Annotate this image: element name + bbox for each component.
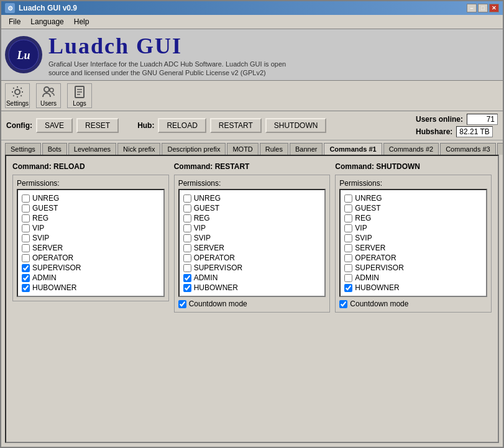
maximize-button[interactable]: □	[478, 4, 488, 12]
perm-svip-shutdown: SVIP	[344, 234, 482, 242]
perm-admin-reload-check[interactable]	[22, 274, 30, 282]
tab-rules[interactable]: Rules	[260, 143, 288, 155]
perm-server-reload: SERVER	[22, 244, 160, 252]
users-toolbar-button[interactable]: Users	[36, 83, 61, 108]
tab-motd[interactable]: MOTD	[227, 143, 258, 155]
command-panel-reload: Command: RELOAD Permissions: UNREG GUEST…	[12, 162, 169, 436]
tab-commands2[interactable]: Commands #2	[383, 143, 439, 155]
perm-hubowner-shutdown-check[interactable]	[344, 284, 352, 292]
perm-reg-shutdown-check[interactable]	[344, 214, 352, 222]
perm-svip-reload-check[interactable]	[22, 234, 30, 242]
perm-guest-restart-check[interactable]	[183, 204, 191, 213]
perm-unreg-restart-check[interactable]	[183, 194, 191, 203]
hubshare-value: 82.21 TB	[456, 126, 492, 137]
permissions-box-shutdown: UNREG GUEST REG VIP SVIP SERVE	[339, 189, 487, 297]
menu-bar: File Language Help	[1, 15, 503, 29]
shutdown-button[interactable]: SHUTDOWN	[265, 118, 327, 133]
hub-label: Hub:	[137, 121, 154, 130]
perm-operator-reload-check[interactable]	[22, 254, 30, 262]
tab-levelnames[interactable]: Levelnames	[68, 143, 116, 155]
menu-language[interactable]: Language	[25, 16, 68, 27]
tab-commands1[interactable]: Commands #1	[324, 143, 382, 155]
perm-hubowner-reload: HUBOWNER	[22, 283, 160, 292]
command-title-shutdown: Command: SHUTDOWN	[335, 162, 492, 171]
perm-supervisor-restart: SUPERVISOR	[183, 263, 321, 272]
perm-admin-shutdown-check[interactable]	[344, 274, 352, 282]
save-button[interactable]: SAVE	[36, 118, 73, 133]
reload-button[interactable]: RELOAD	[158, 118, 206, 133]
svg-point-4	[50, 88, 53, 92]
tab-nick-prefix[interactable]: Nick prefix	[117, 143, 160, 155]
countdown-restart-check[interactable]	[178, 300, 186, 308]
users-online-label: Users online:	[416, 115, 463, 124]
hubshare-row: Hubshare: 82.21 TB	[416, 126, 498, 137]
perm-supervisor-restart-check[interactable]	[183, 264, 191, 272]
app-subtitle-1: Grafical User Interface for the Luadch A…	[48, 60, 286, 68]
perm-guest-restart: GUEST	[183, 204, 321, 213]
perm-reg-restart: REG	[183, 214, 321, 222]
perm-svip-shutdown-check[interactable]	[344, 234, 352, 242]
status-section: Users online: 71 Hubshare: 82.21 TB	[416, 114, 498, 137]
perm-unreg-reload-check[interactable]	[22, 194, 30, 203]
tab-description-prefix[interactable]: Description prefix	[162, 143, 226, 155]
reset-button[interactable]: RESET	[76, 118, 119, 133]
permissions-container-reload: Permissions: UNREG GUEST REG VIP	[12, 175, 169, 301]
perm-operator-shutdown-check[interactable]	[344, 254, 352, 262]
settings-toolbar-button[interactable]: Settings	[5, 83, 30, 108]
perm-reg-reload-check[interactable]	[22, 214, 30, 222]
title-bar: ⚙ Luadch GUI v0.9 – □ ✕	[1, 1, 503, 15]
minimize-button[interactable]: –	[467, 4, 477, 12]
perm-operator-shutdown: OPERATOR	[344, 254, 482, 262]
perm-server-shutdown-check[interactable]	[344, 244, 352, 252]
restart-button[interactable]: RESTART	[210, 118, 262, 133]
app-subtitle-2: source and licensed under the GNU Genera…	[48, 69, 286, 76]
perm-svip-restart-check[interactable]	[183, 234, 191, 242]
perm-operator-restart-check[interactable]	[183, 254, 191, 262]
perm-admin-shutdown: ADMIN	[344, 273, 482, 282]
hubshare-label: Hubshare:	[416, 127, 452, 136]
perm-reg-restart-check[interactable]	[183, 214, 191, 222]
perm-vip-shutdown-check[interactable]	[344, 224, 352, 232]
users-online-row: Users online: 71	[416, 114, 498, 125]
svg-point-3	[44, 87, 49, 92]
perm-unreg-shutdown-check[interactable]	[344, 194, 352, 203]
perm-supervisor-shutdown-check[interactable]	[344, 264, 352, 272]
perm-server-restart-check[interactable]	[183, 244, 191, 252]
perm-vip-restart-check[interactable]	[183, 224, 191, 232]
perm-server-restart: SERVER	[183, 244, 321, 252]
toolbar: Settings Users Logs	[1, 81, 503, 111]
perm-vip-reload-check[interactable]	[22, 224, 30, 232]
permissions-container-shutdown: Permissions: UNREG GUEST REG VIP	[335, 175, 492, 313]
perm-hubowner-restart-check[interactable]	[183, 284, 191, 292]
perm-admin-reload: ADMIN	[22, 273, 160, 282]
perm-hubowner-restart: HUBOWNER	[183, 283, 321, 292]
perm-supervisor-reload-check[interactable]	[22, 264, 30, 272]
perm-hubowner-reload-check[interactable]	[22, 284, 30, 292]
logs-toolbar-button[interactable]: Logs	[67, 83, 92, 108]
permissions-box-restart: UNREG GUEST REG VIP SVIP SERVE	[178, 189, 326, 297]
perm-guest-shutdown-check[interactable]	[344, 204, 352, 213]
users-online-value: 71	[467, 114, 498, 125]
tab-commands3[interactable]: Commands #3	[440, 143, 496, 155]
perm-admin-restart-check[interactable]	[183, 274, 191, 282]
tab-settings[interactable]: Settings	[5, 143, 41, 155]
perm-supervisor-reload: SUPERVISOR	[22, 263, 160, 272]
perm-guest-reload-check[interactable]	[22, 204, 30, 213]
header-section: Lu Luadch GUI Grafical User Interface fo…	[1, 29, 503, 81]
tab-commands[interactable]: Commands	[497, 143, 503, 155]
menu-file[interactable]: File	[4, 16, 25, 27]
permissions-label-shutdown: Permissions:	[339, 179, 487, 188]
perm-supervisor-shutdown: SUPERVISOR	[344, 263, 482, 272]
permissions-box-reload: UNREG GUEST REG VIP SVIP SERVE	[17, 189, 165, 297]
tab-banner[interactable]: Banner	[290, 143, 323, 155]
perm-server-reload-check[interactable]	[22, 244, 30, 252]
command-panel-shutdown: Command: SHUTDOWN Permissions: UNREG GUE…	[335, 162, 492, 436]
tab-bots[interactable]: Bots	[42, 143, 67, 155]
main-content: Command: RELOAD Permissions: UNREG GUEST…	[5, 155, 499, 443]
perm-server-shutdown: SERVER	[344, 244, 482, 252]
countdown-shutdown-check[interactable]	[339, 300, 347, 308]
menu-help[interactable]: Help	[69, 16, 94, 27]
config-group: Config: SAVE RESET	[6, 118, 119, 133]
close-button[interactable]: ✕	[489, 4, 499, 12]
perm-unreg-restart: UNREG	[183, 194, 321, 203]
